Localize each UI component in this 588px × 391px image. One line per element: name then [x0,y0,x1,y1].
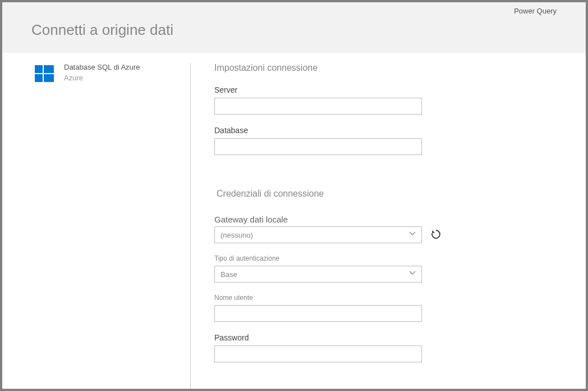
database-input[interactable] [214,138,422,155]
auth-type-select-value: Base [220,270,237,279]
gateway-select-value: (nessuno) [220,231,253,239]
source-subtitle: Azure [64,74,140,82]
password-input[interactable] [214,345,422,362]
gateway-label: Gateway dati locale [214,215,563,224]
server-label: Server [214,85,563,94]
username-input[interactable] [214,305,422,322]
sidebar-item-azure-sql[interactable]: Database SQL di Azure Azure [35,63,179,85]
svg-rect-3 [44,74,54,82]
svg-rect-1 [44,65,54,73]
windows-icon [35,64,54,85]
gateway-select[interactable]: (nessuno) [214,226,422,243]
database-label: Database [214,126,563,135]
sidebar: Database SQL di Azure Azure [2,63,191,389]
main-form: Impostazioni connessione Server Database… [191,63,586,389]
page-title: Connetti a origine dati [31,21,173,39]
refresh-icon [430,229,442,242]
content: Database SQL di Azure Azure Impostazioni… [2,53,586,389]
password-label: Password [214,333,563,342]
svg-rect-0 [35,65,43,73]
refresh-button[interactable] [430,229,442,241]
auth-type-select[interactable]: Base [214,266,422,283]
server-input[interactable] [214,98,422,115]
source-name: Database SQL di Azure [64,63,140,71]
section-connection-settings: Impostazioni connessione [214,63,563,73]
auth-type-label: Tipo di autenticazione [214,254,563,262]
app-name: Power Query [514,7,557,15]
header: Power Query Connetti a origine dati [2,2,586,53]
username-label: Nome utente [214,294,563,302]
section-connection-credentials: Credenziali di connessione [214,189,563,199]
svg-rect-2 [35,74,43,82]
